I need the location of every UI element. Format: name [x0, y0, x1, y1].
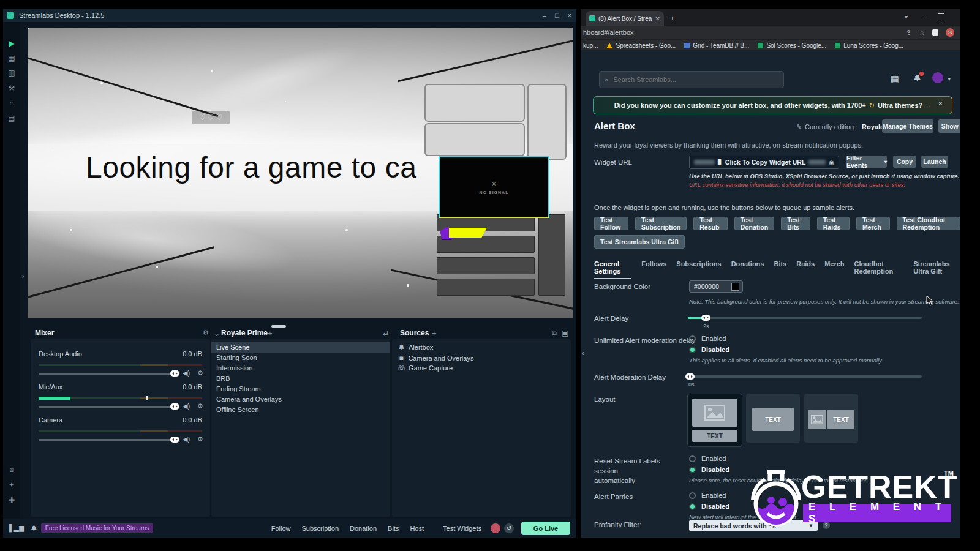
unlimited-disabled-option[interactable]: Disabled: [689, 346, 729, 353]
user-avatar[interactable]: [932, 72, 943, 83]
show-tutorial-button[interactable]: Show tutorial: [938, 119, 960, 133]
unlimited-enabled-option[interactable]: Enabled: [689, 335, 726, 342]
store-icon[interactable]: ⌂: [7, 99, 16, 107]
search-box[interactable]: ⌕: [599, 71, 784, 88]
test-subscription-button[interactable]: Test Subscription: [635, 217, 687, 230]
speaker-icon[interactable]: ◀): [183, 435, 190, 443]
bookmark-item[interactable]: Luna Scores - Goog...: [835, 42, 903, 49]
radio-unselected[interactable]: [689, 492, 696, 499]
volume-slider-handle[interactable]: [170, 370, 179, 377]
clips-icon[interactable]: ▤: [7, 114, 16, 122]
browser-minimize-button[interactable]: –: [922, 12, 926, 21]
widget-url-input[interactable]: ▊ Click To Copy Widget URL ◉: [689, 156, 839, 169]
layout-option-image-above-text[interactable]: TEXT: [687, 394, 742, 447]
browser-maximize-button[interactable]: [938, 13, 944, 20]
speaker-icon[interactable]: ◀): [183, 402, 190, 410]
camera-source-no-signal[interactable]: ✳ NO SIGNAL: [439, 156, 549, 218]
footer-link-donation[interactable]: Donation: [350, 525, 377, 532]
test-donation-button[interactable]: Test Donation: [734, 217, 775, 230]
channel-gear-icon[interactable]: ⚙: [197, 435, 203, 443]
test-widgets-link[interactable]: Test Widgets: [443, 525, 481, 532]
banner-close-icon[interactable]: ✕: [938, 100, 943, 108]
footer-link-follow[interactable]: Follow: [271, 525, 291, 532]
scene-item[interactable]: Offline Screen: [211, 405, 390, 415]
go-live-button[interactable]: Go Live: [521, 522, 570, 535]
sidebar-expand-chevron-icon[interactable]: ›: [22, 272, 24, 280]
copy-button[interactable]: Copy: [893, 156, 916, 168]
source-item[interactable]: 🎮︎ Game Capture: [398, 364, 453, 372]
notification-bell-icon[interactable]: 🔔︎: [913, 73, 921, 83]
channel-gear-icon[interactable]: ⚙: [197, 402, 203, 410]
scene-item[interactable]: Starting Soon: [211, 353, 390, 363]
tab-subscriptions[interactable]: Subscriptions: [676, 260, 721, 279]
ultra-promo-banner[interactable]: Did you know you can customize your aler…: [593, 96, 952, 114]
add-source-icon[interactable]: +: [432, 329, 437, 338]
volume-slider-handle[interactable]: [170, 437, 179, 443]
mixer-settings-gear-icon[interactable]: ⚙: [203, 329, 209, 337]
maximize-button[interactable]: □: [555, 12, 559, 19]
volume-slider[interactable]: [39, 439, 175, 441]
undo-button[interactable]: ↺: [504, 523, 514, 533]
alert-delay-handle[interactable]: [701, 315, 710, 321]
xsplit-link[interactable]: XSplit Browser Source: [786, 173, 848, 179]
test-raids-button[interactable]: Test Raids: [817, 217, 850, 230]
source-item[interactable]: 🔔︎ Alertbox: [398, 343, 433, 351]
scene-transition-icon[interactable]: ⇄: [383, 329, 389, 337]
volume-slider[interactable]: [39, 373, 175, 375]
background-color-field[interactable]: [689, 280, 743, 293]
layout-option-image-beside-text[interactable]: TEXT: [804, 394, 858, 443]
add-scene-icon[interactable]: +: [268, 329, 273, 338]
scene-item[interactable]: Intermission: [211, 363, 390, 373]
moderation-delay-handle[interactable]: [685, 373, 695, 380]
tab-donations[interactable]: Donations: [731, 260, 764, 279]
layers-icon[interactable]: ⧈: [7, 465, 16, 474]
source-item[interactable]: ▣ Camera and Overlays: [398, 354, 473, 362]
browser-tab[interactable]: (8) Alert Box / Streamlabs ✕: [586, 11, 664, 26]
layout-option-text-over-image[interactable]: TEXT: [746, 394, 800, 443]
bookmark-item[interactable]: kup...: [583, 42, 598, 49]
speaker-icon[interactable]: ◀): [183, 369, 190, 377]
search-input[interactable]: [612, 75, 778, 84]
footer-link-subscription[interactable]: Subscription: [301, 525, 339, 532]
scene-item[interactable]: Live Scene: [211, 342, 390, 353]
themes-icon[interactable]: ▥: [7, 69, 16, 77]
parries-disabled-option[interactable]: Disabled: [689, 503, 729, 510]
color-swatch[interactable]: [731, 283, 739, 291]
tab-bits[interactable]: Bits: [774, 260, 786, 279]
bookmark-star-icon[interactable]: ☆: [919, 29, 925, 37]
address-bar[interactable]: hboard#/alertbox: [583, 29, 634, 36]
tab-raids[interactable]: Raids: [796, 260, 815, 279]
scene-collection-title[interactable]: Royale Prime: [221, 329, 268, 337]
bookmark-item[interactable]: Grid - TeamDB // B...: [684, 42, 749, 49]
bookmark-item[interactable]: Sol Scores - Google...: [758, 42, 826, 49]
editor-icon[interactable]: ▶: [7, 39, 16, 48]
footer-link-bits[interactable]: Bits: [388, 525, 399, 532]
minimize-button[interactable]: –: [543, 12, 546, 19]
channel-gear-icon[interactable]: ⚙: [197, 369, 203, 377]
manage-themes-button[interactable]: Manage Themes: [882, 119, 933, 133]
close-button[interactable]: ×: [568, 12, 571, 19]
radio-selected[interactable]: [689, 467, 696, 473]
bookmark-item[interactable]: Spreadsheets - Goo...: [606, 42, 676, 49]
launch-button[interactable]: Launch: [921, 156, 948, 168]
tab-cloudbot-redemption[interactable]: Cloudbot Redemption: [854, 260, 904, 279]
test-cloudbot-redemption-button[interactable]: Test Cloudbot Redemption: [897, 217, 961, 230]
music-promo-badge[interactable]: Free Licensed Music for Your Streams: [41, 523, 154, 533]
test-follow-button[interactable]: Test Follow: [594, 217, 628, 230]
eye-icon[interactable]: ◉: [829, 159, 834, 166]
stats-icon[interactable]: ▌▂▆: [9, 524, 24, 532]
copy-source-icon[interactable]: ⧉: [552, 329, 557, 337]
tools-icon[interactable]: ⚒: [7, 84, 16, 92]
test-bits-button[interactable]: Test Bits: [781, 217, 810, 230]
tab-merch[interactable]: Merch: [824, 260, 844, 279]
record-button[interactable]: [491, 523, 500, 533]
notifications-bell-icon[interactable]: 🔔︎: [31, 525, 37, 532]
scenes-collapse-chevron-icon[interactable]: ⌄: [214, 329, 220, 338]
scene-item[interactable]: BRB: [211, 373, 390, 384]
profile-avatar[interactable]: S: [946, 28, 954, 37]
test-resub-button[interactable]: Test Resub: [693, 217, 727, 230]
paste-source-icon[interactable]: ▣: [562, 329, 568, 337]
parries-enabled-option[interactable]: Enabled: [689, 492, 726, 499]
test-streamlabs-ultra-gift-button[interactable]: Test Streamlabs Ultra Gift: [594, 235, 685, 249]
alert-delay-slider[interactable]: [688, 317, 922, 319]
